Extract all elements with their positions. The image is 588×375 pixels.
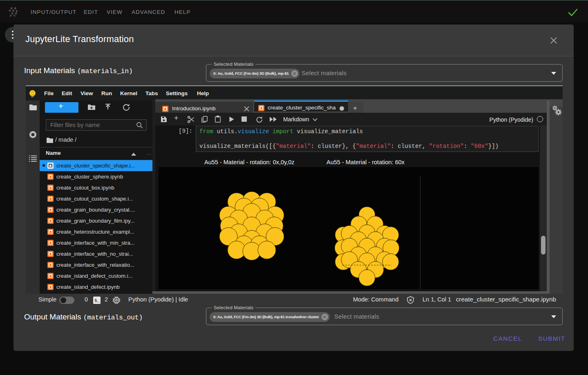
svg-text:$_: $_	[94, 298, 100, 303]
